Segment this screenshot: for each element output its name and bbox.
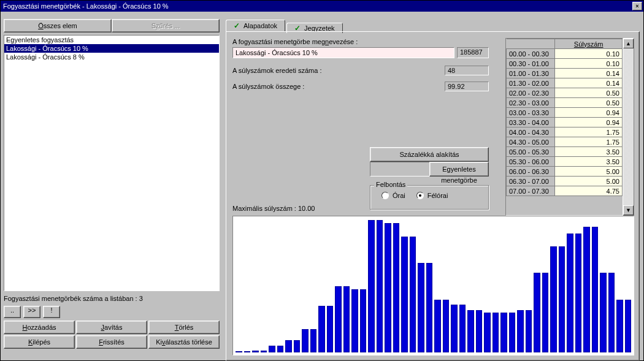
table-row[interactable]: 02.00 - 02.300.50: [507, 88, 623, 98]
chart-bar: [509, 313, 516, 352]
chart-bar: [443, 300, 450, 352]
table-row[interactable]: 05.30 - 06.003.50: [507, 157, 623, 167]
scroll-down-icon[interactable]: ▼: [623, 205, 634, 215]
table-row[interactable]: 03.00 - 03.300.94: [507, 108, 623, 118]
table-cell-range: 00.00 - 00.30: [507, 49, 555, 59]
scroll-track[interactable]: [623, 48, 634, 205]
table-cell-range: 04.30 - 05.00: [507, 137, 555, 147]
chart-bar: [451, 305, 458, 352]
chart-bar: [575, 234, 582, 352]
chart-bar: [377, 220, 383, 352]
table-row[interactable]: 05.00 - 05.303.50: [507, 147, 623, 157]
mini-btn-1[interactable]: ..: [4, 306, 21, 318]
table-cell-value[interactable]: 0.50: [555, 98, 623, 108]
chart-bar: [526, 310, 532, 352]
uniform-curve-button[interactable]: Egyenletes menetgörbe: [429, 162, 489, 177]
table-cell-value[interactable]: 3.50: [555, 147, 623, 157]
clear-selection-button[interactable]: Kiválasztás törlése: [148, 335, 220, 349]
table-cell-value[interactable]: 0.10: [555, 49, 623, 59]
table-cell-value[interactable]: 0.50: [555, 88, 623, 98]
table-cell-value[interactable]: 0.14: [555, 69, 623, 78]
edit-button[interactable]: Javítás: [76, 321, 147, 334]
weights-panel: Súlyszám 00.00 - 00.300.1000.30 - 01.000…: [505, 38, 634, 216]
table-cell-value[interactable]: 0.14: [555, 78, 623, 88]
delete-button[interactable]: Törlés: [148, 321, 220, 334]
chart-bar: [567, 234, 573, 352]
chart-bar: [318, 306, 325, 352]
table-row[interactable]: 01.00 - 01.300.14: [507, 69, 623, 78]
resolution-halfhour[interactable]: Félórai: [416, 192, 448, 199]
table-cell-range: 06.30 - 07.00: [507, 177, 555, 186]
chart-bar: [592, 227, 599, 352]
mini-btn-2[interactable]: >>: [23, 306, 40, 318]
filter-button[interactable]: Szűrés ...: [112, 19, 220, 32]
orig-count-value: 48: [445, 66, 489, 75]
app-window: Fogyasztási menetgörbék - Lakossági - Ór…: [0, 0, 644, 361]
weights-table[interactable]: Súlyszám 00.00 - 00.300.1000.30 - 01.000…: [505, 38, 623, 216]
table-cell-range: 04.00 - 04.30: [507, 127, 555, 137]
scrollbar[interactable]: ▲ ▼: [623, 38, 634, 216]
table-cell-value[interactable]: 0.10: [555, 59, 623, 69]
table-row[interactable]: 06.30 - 07.005.00: [507, 177, 623, 186]
col-value[interactable]: Súlyszám: [555, 39, 623, 49]
chart-bar: [401, 237, 408, 352]
chart-bar: [517, 310, 524, 352]
table-cell-value[interactable]: 4.75: [555, 186, 623, 196]
table-cell-range: 01.30 - 02.00: [507, 78, 555, 88]
titlebar: Fogyasztási menetgörbék - Lakossági - Ór…: [1, 1, 643, 12]
chart-bar: [600, 273, 607, 352]
close-icon[interactable]: ×: [632, 2, 642, 10]
all-items-button[interactable]: Összes elem: [4, 19, 112, 32]
chart-bar: [426, 263, 433, 352]
table-row[interactable]: 00.00 - 00.300.10: [507, 49, 623, 59]
list-item[interactable]: Lakossági - Óracsúcs 10 %: [4, 44, 219, 53]
table-row[interactable]: 01.30 - 02.000.14: [507, 78, 623, 88]
chart-bar: [335, 286, 342, 352]
table-cell-range: 03.30 - 04.00: [507, 118, 555, 127]
table-cell-range: 07.00 - 07.30: [507, 186, 555, 196]
table-row[interactable]: 07.00 - 07.304.75: [507, 186, 623, 196]
table-cell-value[interactable]: 3.50: [555, 157, 623, 167]
table-row[interactable]: 03.30 - 04.000.94: [507, 118, 623, 127]
table-row[interactable]: 00.30 - 01.000.10: [507, 59, 623, 69]
table-cell-value[interactable]: 1.75: [555, 127, 623, 137]
tab-basic-data[interactable]: ✓ Alapadatok: [226, 20, 285, 32]
table-cell-range: 00.30 - 01.00: [507, 59, 555, 69]
radio-icon: [381, 192, 389, 199]
profile-listbox[interactable]: Egyenletes fogyasztásLakossági - Óracsúc…: [4, 35, 220, 291]
table-cell-value[interactable]: 5.00: [555, 167, 623, 177]
list-item[interactable]: Egyenletes fogyasztás: [4, 36, 219, 44]
list-item[interactable]: Lakossági - Óracsúcs 8 %: [4, 53, 219, 61]
table-row[interactable]: 02.30 - 03.000.50: [507, 98, 623, 108]
scroll-up-icon[interactable]: ▲: [623, 39, 634, 48]
table-cell-value[interactable]: 0.94: [555, 108, 623, 118]
chart-bar: [343, 286, 350, 352]
table-cell-value[interactable]: 1.75: [555, 137, 623, 147]
table-cell-range: 03.00 - 03.30: [507, 108, 555, 118]
chart-bar: [302, 329, 309, 352]
table-cell-value[interactable]: 5.00: [555, 177, 623, 186]
sum-value: 99.92: [445, 82, 489, 91]
to-percent-button[interactable]: Százalékká alakítás: [370, 147, 489, 162]
chart-bar: [583, 227, 590, 352]
table-row[interactable]: 04.00 - 04.301.75: [507, 127, 623, 137]
exit-button[interactable]: Kilépés: [4, 335, 75, 349]
chart-bar: [534, 273, 540, 352]
table-row[interactable]: 04.30 - 05.001.75: [507, 137, 623, 147]
table-row[interactable]: 06.00 - 06.305.00: [507, 167, 623, 177]
chart-bar: [484, 313, 491, 352]
mini-btn-3[interactable]: !: [43, 306, 60, 318]
table-cell-value[interactable]: 0.94: [555, 118, 623, 127]
add-button[interactable]: Hozzáadás: [4, 321, 75, 334]
name-input[interactable]: Lakossági - Óracsúcs 10 %: [232, 47, 454, 58]
chart-bar: [542, 273, 549, 352]
chart-bar: [385, 223, 391, 352]
refresh-button[interactable]: Frissítés: [76, 335, 147, 349]
chart-bar: [368, 220, 375, 352]
resolution-hour[interactable]: Órai: [381, 192, 405, 199]
resolution-group: Felbontás Órai Félórai: [370, 185, 489, 210]
chart-bar: [559, 246, 565, 352]
check-icon: ✓: [294, 25, 301, 31]
chart-bar: [467, 310, 474, 352]
chart-bar: [493, 313, 499, 352]
